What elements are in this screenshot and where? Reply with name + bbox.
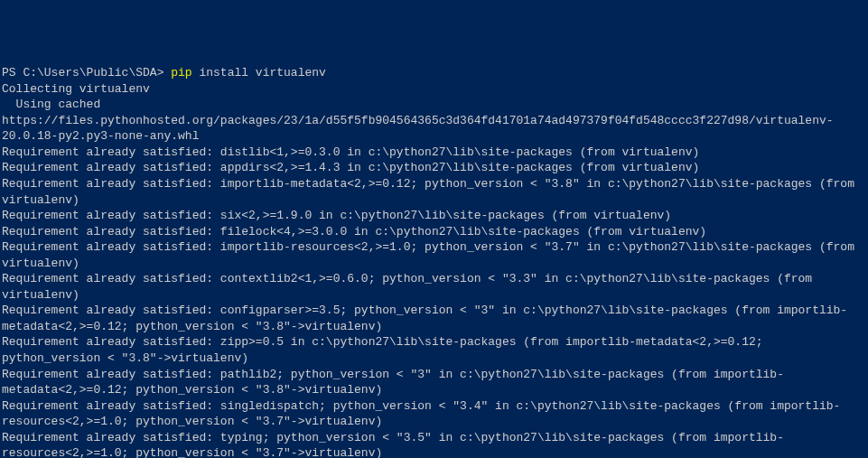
output-line: Requirement already satisfied: distlib<1… xyxy=(2,145,699,159)
output-line: Requirement already satisfied: six<2,>=1… xyxy=(2,209,671,222)
output-line: Collecting virtualenv xyxy=(2,82,150,96)
output-line: Using cached https://files.pythonhosted.… xyxy=(2,98,834,143)
output-line: Requirement already satisfied: importlib… xyxy=(2,240,862,270)
output-line: Requirement already satisfied: typing; p… xyxy=(2,431,784,458)
output-line: Requirement already satisfied: filelock<… xyxy=(2,225,706,238)
output-line: Requirement already satisfied: importlib… xyxy=(2,177,862,207)
output-line: Requirement already satisfied: contextli… xyxy=(2,272,819,302)
output-line: Requirement already satisfied: configpar… xyxy=(2,304,847,333)
output-line: Requirement already satisfied: zipp>=0.5… xyxy=(2,335,770,365)
output-line: Requirement already satisfied: singledis… xyxy=(2,399,840,429)
output-line: Requirement already satisfied: pathlib2;… xyxy=(2,368,784,397)
command-args: install virtualenv xyxy=(192,66,326,79)
prompt-prefix: PS C:\Users\Public\SDA> xyxy=(2,66,171,79)
command-name: pip xyxy=(171,66,191,79)
output-line: Requirement already satisfied: appdirs<2… xyxy=(2,161,699,174)
